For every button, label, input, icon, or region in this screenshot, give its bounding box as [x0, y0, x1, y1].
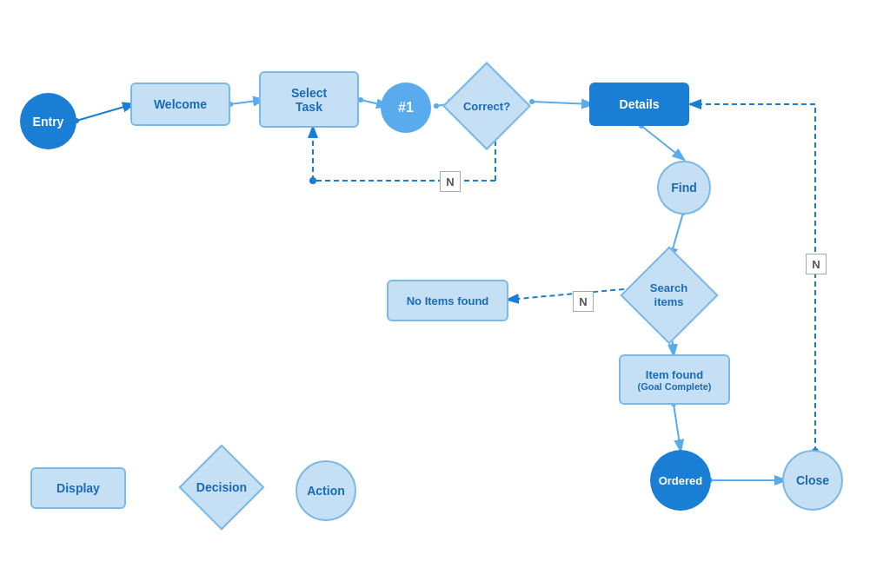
svg-line-10 [641, 126, 683, 159]
select-task-node[interactable]: SelectTask [259, 71, 359, 128]
n-badge-correct: N [440, 171, 461, 192]
legend-decision: Decision [174, 450, 269, 524]
step1-node[interactable]: #1 [381, 83, 431, 133]
svg-line-8 [532, 102, 592, 104]
close-node[interactable]: Close [782, 450, 843, 511]
svg-point-26 [309, 177, 316, 184]
find-node[interactable]: Find [657, 161, 711, 215]
svg-point-9 [529, 99, 535, 104]
n-badge-search: N [573, 291, 594, 312]
no-items-node[interactable]: No Items found [387, 280, 508, 321]
details-node[interactable]: Details [589, 83, 689, 126]
entry-node[interactable]: Entry [20, 93, 76, 149]
welcome-node[interactable]: Welcome [130, 83, 230, 126]
item-found-node[interactable]: Item found (Goal Complete) [619, 354, 730, 405]
correct-node[interactable]: Correct? [452, 71, 521, 141]
diagram-container: N N N Entry Welcome SelectTask #1 Correc… [0, 0, 890, 588]
svg-line-28 [508, 288, 633, 300]
search-items-node[interactable]: Searchitems [628, 256, 710, 334]
svg-line-0 [76, 104, 133, 121]
svg-point-7 [434, 103, 439, 109]
legend-action: Action [296, 460, 356, 521]
svg-line-16 [674, 404, 681, 450]
ordered-node[interactable]: Ordered [650, 450, 711, 511]
legend-display: Display [30, 467, 126, 509]
n-badge-close: N [806, 254, 827, 274]
